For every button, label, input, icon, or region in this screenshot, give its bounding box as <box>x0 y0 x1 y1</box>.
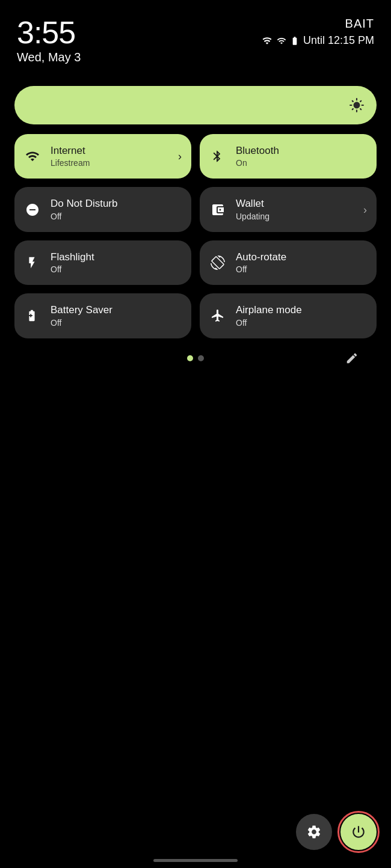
flashlight-tile-title: Flashlight <box>51 251 94 263</box>
status-left: 3:55 Wed, May 3 <box>17 17 81 64</box>
rotate-tile-title: Auto-rotate <box>236 251 286 263</box>
tile-grid: Internet Lifestream › Bluetooth On <box>14 134 377 338</box>
settings-button[interactable] <box>296 814 332 850</box>
battery-saver-tile-subtitle: Off <box>51 318 112 328</box>
status-bar: 3:55 Wed, May 3 BAIT Unti <box>0 0 391 64</box>
brightness-bar[interactable] <box>14 86 377 124</box>
page-dots <box>187 355 204 361</box>
internet-tile[interactable]: Internet Lifestream › <box>14 134 191 179</box>
wifi-status-icon <box>261 36 273 46</box>
internet-tile-icon <box>25 149 42 164</box>
airplane-tile-subtitle: Off <box>236 318 302 328</box>
home-indicator <box>153 859 238 862</box>
do-not-disturb-tile[interactable]: Do Not Disturb Off <box>14 187 191 231</box>
bluetooth-tile[interactable]: Bluetooth On <box>200 134 377 179</box>
airplane-tile-text: Airplane mode Off <box>236 304 302 327</box>
wallet-tile-text: Wallet Updating <box>236 198 269 221</box>
dnd-tile-title: Do Not Disturb <box>51 198 117 210</box>
status-right: BAIT Until 12:15 PM <box>261 17 374 47</box>
battery-saver-tile-icon <box>25 309 42 322</box>
wallet-tile-icon <box>211 203 227 217</box>
carrier-name: BAIT <box>345 17 374 31</box>
wallet-tile-title: Wallet <box>236 198 269 210</box>
until-text: Until 12:15 PM <box>303 34 374 47</box>
page-dot-2 <box>198 355 204 361</box>
battery-status-icon <box>290 36 300 46</box>
date: Wed, May 3 <box>17 50 81 64</box>
wallet-tile-subtitle: Updating <box>236 212 269 221</box>
bluetooth-tile-icon <box>211 150 227 163</box>
wallet-tile[interactable]: Wallet Updating › <box>200 187 377 231</box>
battery-saver-tile[interactable]: Battery Saver Off <box>14 293 191 338</box>
clock: 3:55 <box>17 17 81 48</box>
internet-tile-title: Internet <box>51 145 90 157</box>
flashlight-tile-subtitle: Off <box>51 264 94 274</box>
flashlight-tile-text: Flashlight Off <box>51 251 94 274</box>
dnd-tile-icon <box>25 203 42 217</box>
rotate-tile-subtitle: Off <box>236 264 286 274</box>
rotate-tile-icon <box>211 255 227 270</box>
flashlight-tile[interactable]: Flashlight Off <box>14 240 191 285</box>
internet-chevron-icon: › <box>178 150 182 163</box>
page-controls <box>14 355 377 361</box>
airplane-tile-icon <box>211 308 227 323</box>
dnd-tile-text: Do Not Disturb Off <box>51 198 117 221</box>
auto-rotate-tile[interactable]: Auto-rotate Off <box>200 240 377 285</box>
dnd-tile-subtitle: Off <box>51 212 117 221</box>
internet-tile-subtitle: Lifestream <box>51 158 90 168</box>
battery-saver-tile-text: Battery Saver Off <box>51 304 112 327</box>
bluetooth-tile-subtitle: On <box>236 158 279 168</box>
page-dot-1 <box>187 355 193 361</box>
signal-icon <box>277 36 286 46</box>
internet-tile-text: Internet Lifestream <box>51 145 90 168</box>
quick-settings-panel: Internet Lifestream › Bluetooth On <box>0 74 391 361</box>
power-button[interactable] <box>340 814 377 850</box>
edit-button[interactable] <box>345 352 359 365</box>
bluetooth-tile-title: Bluetooth <box>236 145 279 157</box>
battery-saver-tile-title: Battery Saver <box>51 304 112 316</box>
flashlight-tile-icon <box>25 256 42 269</box>
bluetooth-tile-text: Bluetooth On <box>236 145 279 168</box>
wallet-chevron-icon: › <box>363 203 367 216</box>
status-icons: Until 12:15 PM <box>261 34 374 47</box>
rotate-tile-text: Auto-rotate Off <box>236 251 286 274</box>
brightness-icon <box>349 97 365 113</box>
airplane-mode-tile[interactable]: Airplane mode Off <box>200 293 377 338</box>
bottom-bar <box>296 814 377 850</box>
airplane-tile-title: Airplane mode <box>236 304 302 316</box>
